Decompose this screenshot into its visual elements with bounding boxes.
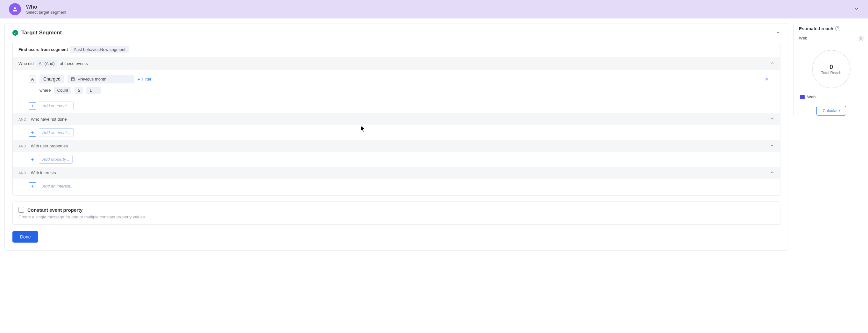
interests-strip: AND With interests (13, 167, 780, 179)
event-name-chip[interactable]: Charged (39, 74, 64, 83)
help-icon[interactable]: ? (835, 26, 840, 31)
add-filter-link[interactable]: + Filter (137, 77, 152, 82)
add-property-plus-button[interactable]: + (29, 156, 36, 163)
segment-chip[interactable]: Past behavior:New segment (70, 46, 129, 53)
target-title: Target Segment (21, 30, 62, 36)
add-event-plus-button[interactable]: + (29, 129, 36, 137)
who-banner: Who Select target segment (0, 0, 868, 19)
constant-property-subtitle: Create a single message for one or multi… (19, 215, 774, 219)
chevron-up-icon[interactable] (770, 61, 774, 66)
date-range-label: Previous month (78, 77, 106, 82)
reach-total-num: 0 (830, 63, 833, 71)
who-banner-left: Who Select target segment (9, 3, 66, 15)
done-button[interactable]: Done (12, 231, 38, 243)
chevron-down-icon[interactable] (854, 6, 859, 12)
event-letter-badge: A (29, 75, 36, 83)
operator-chip[interactable]: ≥ (74, 87, 83, 94)
who-did-label: Who did (19, 61, 34, 66)
reach-legend: Web (799, 95, 864, 99)
user-props-label: With user properties (31, 144, 68, 148)
add-property-placeholder[interactable]: Add property... (39, 155, 72, 163)
chevron-up-icon[interactable] (770, 117, 774, 122)
not-done-label: Who have not done (31, 117, 67, 122)
check-circle-icon (12, 30, 18, 36)
add-interest-placeholder[interactable]: Add an interest... (39, 182, 77, 190)
count-value-input[interactable]: 1 (86, 87, 101, 94)
calendar-icon (71, 77, 75, 81)
who-did-strip: Who did All (And) of these events (13, 57, 780, 70)
and-badge: AND (19, 171, 26, 175)
who-title: Who (26, 4, 66, 10)
reach-web-label: Web (799, 36, 807, 40)
find-users-row: Find users from segment Past behavior:Ne… (13, 42, 780, 57)
chevron-down-icon[interactable] (775, 30, 780, 36)
chevron-up-icon[interactable] (770, 170, 774, 175)
reach-title: Estimated reach (799, 26, 833, 31)
constant-property-card: Constant event property Create a single … (12, 202, 780, 225)
who-did-suffix: of these events (60, 61, 88, 66)
user-props-strip: AND With user properties (13, 140, 780, 152)
chevron-up-icon[interactable] (770, 143, 774, 149)
legend-swatch-web (800, 95, 805, 99)
add-event-row-not-done: + Add an event... (13, 125, 780, 140)
reach-total-label: Total Reach (821, 71, 841, 75)
calculate-button[interactable]: Calculate (816, 106, 846, 116)
add-interest-plus-button[interactable]: + (29, 182, 36, 190)
add-event-placeholder[interactable]: Add an event... (39, 101, 73, 110)
who-subtitle: Select target segment (26, 10, 66, 14)
add-event-placeholder[interactable]: Add an event... (39, 128, 73, 137)
constant-property-checkbox[interactable] (19, 207, 24, 213)
date-range-chip[interactable]: Previous month (67, 75, 134, 83)
add-property-row: + Add property... (13, 152, 780, 167)
reach-web-count: (0) (859, 36, 864, 40)
find-users-label: Find users from segment (19, 47, 68, 52)
add-event-plus-button[interactable]: + (29, 102, 36, 110)
where-label: where (39, 88, 51, 93)
filter-label: Filter (142, 77, 151, 82)
and-badge: AND (19, 144, 26, 148)
target-segment-card: Target Segment Find users from segment P… (4, 24, 788, 250)
logic-condition-chip[interactable]: All (And) (36, 60, 57, 67)
and-badge: AND (19, 118, 26, 121)
interests-label: With interests (31, 170, 56, 175)
add-event-row: + Add an event... (13, 98, 780, 113)
add-interest-row: + Add an interest... (13, 179, 780, 195)
not-done-strip: AND Who have not done (13, 113, 780, 125)
event-block-a: A Charged Previous month + Filter ✕ (13, 70, 780, 98)
remove-event-icon[interactable]: ✕ (765, 76, 769, 82)
estimated-reach-panel: Estimated reach ? Web (0) 0 Total Reach … (794, 24, 864, 116)
reach-circle: 0 Total Reach (812, 50, 850, 88)
plus-icon: + (137, 77, 141, 82)
constant-property-title: Constant event property (27, 207, 83, 213)
legend-label-web: Web (807, 95, 816, 99)
people-icon (9, 3, 21, 15)
segment-builder: Find users from segment Past behavior:Ne… (12, 42, 780, 196)
count-metric-chip[interactable]: Count (54, 87, 71, 94)
